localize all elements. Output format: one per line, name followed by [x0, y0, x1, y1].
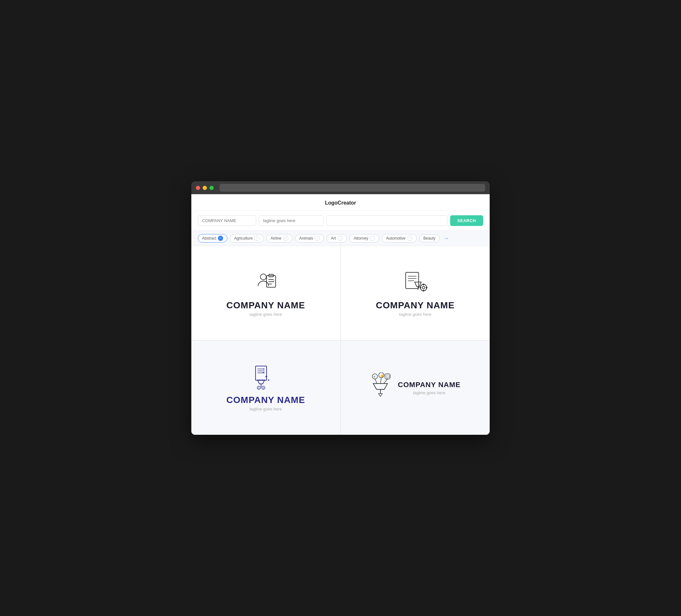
svg-rect-18: [426, 287, 427, 288]
svg-text:💬: 💬: [386, 375, 390, 379]
chip-label: Beauty: [424, 236, 435, 240]
svg-point-14: [422, 286, 425, 289]
svg-text:+: +: [263, 367, 264, 371]
logo-card-1[interactable]: ✓ COMPANY NAME tagline goes here: [191, 246, 340, 340]
logo-text-group-4: COMPANY NAME tagline goes here: [398, 381, 460, 395]
chip-check-automotive: ✓: [407, 236, 412, 241]
category-chip-attorney[interactable]: Attorney ✓: [350, 234, 379, 242]
chip-label: Art: [331, 236, 336, 240]
svg-line-39: [375, 379, 377, 384]
svg-rect-17: [420, 287, 421, 288]
svg-marker-11: [415, 282, 421, 287]
logo-card-3[interactable]: + ♥ ✦ ✦ $ $ COMPANY N: [191, 341, 340, 435]
logo-icon-2: [402, 270, 428, 296]
chip-check-attorney: ✓: [370, 236, 375, 241]
category-scroll-right[interactable]: →: [442, 235, 450, 241]
minimize-button[interactable]: [203, 186, 207, 190]
maximize-button[interactable]: [209, 186, 214, 190]
chip-label: Airline: [271, 236, 281, 240]
search-bar: SEARCH: [191, 211, 490, 231]
category-bar: Abstract ✓ Agriculture ✓ Airline ✓ Anima…: [191, 231, 490, 246]
category-chip-airline[interactable]: Airline ✓: [266, 234, 292, 242]
logo-icon-3: + ♥ ✦ ✦ $ $: [253, 364, 279, 390]
svg-rect-15: [423, 284, 424, 285]
svg-marker-42: [373, 384, 387, 389]
browser-titlebar: [191, 181, 490, 194]
logo-icon-1: ✓: [253, 270, 279, 296]
chip-check-animals: ✓: [314, 236, 320, 241]
company-name-3: COMPANY NAME: [226, 395, 305, 405]
url-bar[interactable]: [220, 184, 485, 191]
tagline-1: tagline goes here: [250, 312, 282, 317]
chip-label: Animals: [299, 236, 313, 240]
category-chip-animals[interactable]: Animals ✓: [295, 234, 324, 242]
chip-check-abstract: ✓: [218, 236, 223, 241]
svg-marker-44: [378, 393, 382, 396]
search-button[interactable]: SEARCH: [450, 215, 483, 226]
chip-label: Attorney: [354, 236, 369, 240]
svg-text:👍: 👍: [380, 374, 384, 377]
svg-line-40: [380, 378, 381, 384]
logo-card-4[interactable]: # 👍 💬: [341, 341, 490, 435]
browser-content: LogoCreator SEARCH Abstract ✓ Agricultur…: [191, 194, 490, 435]
svg-text:♥: ♥: [263, 371, 264, 374]
chip-check-agriculture: ✓: [254, 236, 259, 241]
chip-label: Automotive: [386, 236, 405, 240]
tagline-3: tagline goes here: [250, 407, 282, 411]
chip-label: Abstract: [202, 236, 216, 240]
category-chip-automotive[interactable]: Automotive ✓: [382, 234, 417, 242]
chip-check-airline: ✓: [283, 236, 288, 241]
svg-line-41: [384, 379, 387, 384]
tagline-input[interactable]: [259, 215, 324, 226]
close-button[interactable]: [196, 186, 200, 190]
category-chip-art[interactable]: Art ✓: [327, 234, 347, 242]
chip-check-art: ✓: [337, 236, 343, 241]
category-chip-agriculture[interactable]: Agriculture ✓: [230, 234, 263, 242]
svg-text:✦: ✦: [267, 378, 270, 382]
keyword-input[interactable]: [326, 215, 448, 226]
browser-window: LogoCreator SEARCH Abstract ✓ Agricultur…: [191, 181, 490, 435]
svg-text:#: #: [374, 375, 375, 378]
tagline-4: tagline goes here: [398, 390, 460, 395]
company-name-2: COMPANY NAME: [376, 300, 455, 311]
company-name-1: COMPANY NAME: [226, 300, 305, 311]
chip-label: Agriculture: [234, 236, 253, 240]
svg-text:$: $: [263, 387, 264, 389]
svg-text:✓: ✓: [272, 279, 275, 283]
svg-point-0: [260, 274, 266, 280]
tagline-2: tagline goes here: [399, 312, 432, 317]
svg-text:$: $: [258, 387, 259, 389]
app-header: LogoCreator: [191, 194, 490, 211]
logo-grid: ✓ COMPANY NAME tagline goes here: [191, 246, 490, 435]
svg-rect-16: [423, 290, 424, 291]
category-chip-beauty[interactable]: Beauty: [419, 234, 440, 242]
category-chip-abstract[interactable]: Abstract ✓: [198, 234, 227, 242]
company-name-4: COMPANY NAME: [398, 381, 460, 389]
logo-card-2[interactable]: COMPANY NAME tagline goes here: [341, 246, 490, 340]
logo-icon-4: # 👍 💬: [370, 373, 393, 399]
app-title: LogoCreator: [325, 200, 356, 206]
company-name-input[interactable]: [198, 215, 256, 226]
